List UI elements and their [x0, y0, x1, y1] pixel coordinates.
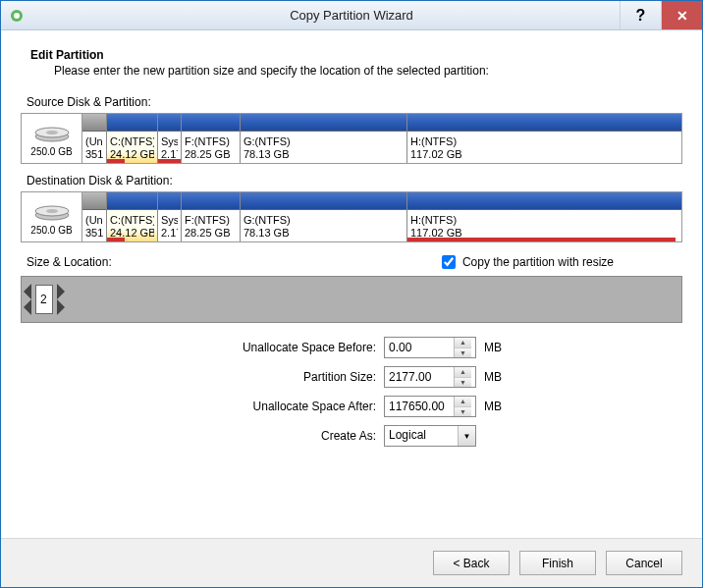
source-partition[interactable]: (Unalloc351 — [82, 114, 107, 163]
unit-label: MB — [484, 400, 502, 413]
page-heading: Edit Partition — [30, 48, 682, 62]
create-as-label: Create As: — [21, 429, 384, 443]
dest-partition[interactable]: F:(NTFS)28.25 GB — [182, 192, 241, 241]
dest-partition[interactable]: System2.17 — [158, 192, 182, 241]
create-as-combo[interactable]: Logical ▼ — [384, 425, 476, 447]
back-button[interactable]: < Back — [433, 551, 510, 575]
svg-point-4 — [46, 131, 58, 134]
page-subtext: Please enter the new partition size and … — [54, 64, 682, 78]
dest-partition[interactable]: H:(NTFS)117.02 GB — [407, 192, 681, 241]
size-location-label: Size & Location: — [27, 255, 438, 269]
dest-disk-row: 250.0 GB (Unalloc351C:(NTFS)24.12 GBSyst… — [21, 191, 682, 242]
copy-with-resize-checkbox[interactable]: Copy the partition with resize — [438, 252, 614, 272]
footer: < Back Finish Cancel — [1, 538, 702, 587]
chevron-down-icon[interactable]: ▼ — [458, 426, 475, 446]
content-area: Edit Partition Please enter the new part… — [1, 30, 702, 538]
dest-partition[interactable]: (Unalloc351 — [82, 192, 107, 241]
unalloc-before-label: Unallocate Space Before: — [21, 341, 384, 354]
spin-down-icon[interactable]: ▼ — [455, 407, 471, 417]
unalloc-after-label: Unallocate Space After: — [21, 400, 384, 413]
svg-point-1 — [14, 13, 20, 19]
dest-partition[interactable]: G:(NTFS)78.13 GB — [241, 192, 407, 241]
slider-handle-left[interactable] — [24, 277, 33, 322]
app-icon — [9, 8, 25, 24]
partition-size-label: Partition Size: — [21, 370, 384, 384]
source-partition[interactable]: C:(NTFS)24.12 GB — [107, 114, 158, 163]
source-partition[interactable]: System2.17 — [158, 114, 182, 163]
spin-up-icon[interactable]: ▲ — [455, 338, 471, 348]
partition-size-input[interactable] — [385, 367, 454, 387]
unit-label: MB — [484, 370, 502, 384]
slider-handle-right[interactable] — [55, 277, 65, 322]
copy-with-resize-label: Copy the partition with resize — [462, 255, 614, 269]
source-disk-row: 250.0 GB (Unalloc351C:(NTFS)24.12 GBSyst… — [21, 113, 682, 164]
size-slider[interactable]: 2 — [21, 276, 682, 323]
spin-down-icon[interactable]: ▼ — [455, 378, 471, 388]
unit-label: MB — [484, 341, 502, 354]
unalloc-after-input[interactable] — [385, 397, 454, 416]
svg-marker-11 — [57, 299, 65, 315]
svg-marker-9 — [24, 299, 31, 315]
dest-label: Destination Disk & Partition: — [27, 174, 682, 187]
source-disk-size: 250.0 GB — [30, 146, 72, 157]
unalloc-before-input[interactable] — [385, 338, 454, 357]
disk-icon — [32, 199, 72, 225]
disk-icon — [32, 121, 72, 146]
create-as-value: Logical — [385, 426, 458, 446]
finish-button[interactable]: Finish — [519, 551, 596, 575]
spin-up-icon[interactable]: ▲ — [455, 367, 471, 378]
dest-disk-size: 250.0 GB — [30, 225, 72, 236]
source-partition[interactable]: H:(NTFS)117.02 GB — [407, 114, 681, 163]
help-button[interactable]: ? — [620, 1, 661, 29]
svg-marker-10 — [57, 284, 65, 299]
slider-segment[interactable]: 2 — [35, 285, 53, 314]
spin-down-icon[interactable]: ▼ — [455, 348, 471, 358]
dest-partition[interactable]: C:(NTFS)24.12 GB — [107, 192, 158, 241]
unalloc-after-spinner[interactable]: ▲▼ — [384, 396, 476, 417]
svg-marker-8 — [24, 284, 31, 299]
source-disk-icon-cell: 250.0 GB — [22, 114, 82, 163]
source-partition[interactable]: G:(NTFS)78.13 GB — [241, 114, 407, 163]
cancel-button[interactable]: Cancel — [606, 551, 682, 575]
close-button[interactable]: ✕ — [661, 1, 702, 29]
titlebar: Copy Partition Wizard ? ✕ — [1, 1, 702, 30]
source-partition[interactable]: F:(NTFS)28.25 GB — [182, 114, 241, 163]
spin-up-icon[interactable]: ▲ — [455, 397, 471, 407]
dest-disk-icon-cell: 250.0 GB — [22, 192, 82, 241]
unalloc-before-spinner[interactable]: ▲▼ — [384, 337, 476, 358]
copy-with-resize-input[interactable] — [442, 255, 456, 269]
source-label: Source Disk & Partition: — [27, 95, 682, 109]
window-title: Copy Partition Wizard — [1, 8, 702, 23]
partition-size-spinner[interactable]: ▲▼ — [384, 366, 476, 388]
svg-point-7 — [46, 209, 58, 213]
